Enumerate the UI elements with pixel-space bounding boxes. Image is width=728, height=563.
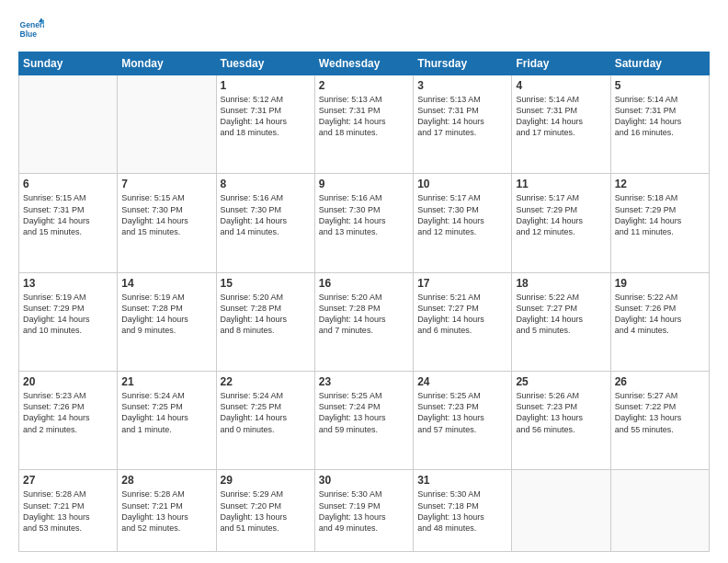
day-number: 1 <box>221 79 311 92</box>
day-info: Sunrise: 5:20 AM Sunset: 7:28 PM Dayligh… <box>319 292 409 337</box>
logo-icon: General Blue <box>18 17 44 42</box>
day-info: Sunrise: 5:14 AM Sunset: 7:31 PM Dayligh… <box>516 94 606 139</box>
day-cell-1: 1Sunrise: 5:12 AM Sunset: 7:31 PM Daylig… <box>216 75 314 174</box>
day-number: 31 <box>417 474 507 487</box>
day-number: 11 <box>516 178 606 190</box>
day-info: Sunrise: 5:16 AM Sunset: 7:30 PM Dayligh… <box>319 192 409 237</box>
weekday-header-tuesday: Tuesday <box>216 52 314 75</box>
day-cell-29: 29Sunrise: 5:29 AM Sunset: 7:20 PM Dayli… <box>216 470 314 552</box>
day-cell-4: 4Sunrise: 5:14 AM Sunset: 7:31 PM Daylig… <box>512 75 610 174</box>
day-number: 25 <box>516 375 606 388</box>
day-number: 14 <box>121 277 211 290</box>
day-info: Sunrise: 5:17 AM Sunset: 7:30 PM Dayligh… <box>417 192 507 237</box>
weekday-header-thursday: Thursday <box>414 52 512 75</box>
day-info: Sunrise: 5:28 AM Sunset: 7:21 PM Dayligh… <box>121 488 211 534</box>
day-cell-11: 11Sunrise: 5:17 AM Sunset: 7:29 PM Dayli… <box>512 174 610 272</box>
day-info: Sunrise: 5:20 AM Sunset: 7:28 PM Dayligh… <box>221 292 311 337</box>
day-cell-6: 6Sunrise: 5:15 AM Sunset: 7:31 PM Daylig… <box>19 174 118 272</box>
day-number: 3 <box>417 79 507 92</box>
weekday-header-wednesday: Wednesday <box>314 52 413 75</box>
day-info: Sunrise: 5:13 AM Sunset: 7:31 PM Dayligh… <box>417 94 507 139</box>
day-number: 9 <box>319 178 409 190</box>
weekday-header-friday: Friday <box>512 52 610 75</box>
day-cell-10: 10Sunrise: 5:17 AM Sunset: 7:30 PM Dayli… <box>414 174 512 272</box>
weekday-header-saturday: Saturday <box>610 52 709 75</box>
day-number: 27 <box>23 474 113 487</box>
day-number: 13 <box>23 277 113 290</box>
day-cell-26: 26Sunrise: 5:27 AM Sunset: 7:22 PM Dayli… <box>610 372 709 470</box>
day-info: Sunrise: 5:19 AM Sunset: 7:29 PM Dayligh… <box>23 292 113 337</box>
day-number: 5 <box>615 79 705 92</box>
day-info: Sunrise: 5:22 AM Sunset: 7:27 PM Dayligh… <box>516 292 606 337</box>
day-cell-7: 7Sunrise: 5:15 AM Sunset: 7:30 PM Daylig… <box>118 174 216 272</box>
day-info: Sunrise: 5:24 AM Sunset: 7:25 PM Dayligh… <box>221 390 311 435</box>
day-info: Sunrise: 5:12 AM Sunset: 7:31 PM Dayligh… <box>221 94 311 139</box>
day-cell-16: 16Sunrise: 5:20 AM Sunset: 7:28 PM Dayli… <box>314 272 413 371</box>
day-number: 19 <box>615 277 705 290</box>
day-cell-22: 22Sunrise: 5:24 AM Sunset: 7:25 PM Dayli… <box>216 372 314 470</box>
weekday-header-monday: Monday <box>118 52 216 75</box>
day-number: 7 <box>121 178 211 190</box>
week-row-5: 27Sunrise: 5:28 AM Sunset: 7:21 PM Dayli… <box>19 470 710 552</box>
day-info: Sunrise: 5:13 AM Sunset: 7:31 PM Dayligh… <box>319 94 409 139</box>
day-number: 10 <box>417 178 507 190</box>
day-cell-5: 5Sunrise: 5:14 AM Sunset: 7:31 PM Daylig… <box>610 75 709 174</box>
day-number: 18 <box>516 277 606 290</box>
day-number: 20 <box>23 375 113 388</box>
day-cell-18: 18Sunrise: 5:22 AM Sunset: 7:27 PM Dayli… <box>512 272 610 371</box>
day-info: Sunrise: 5:30 AM Sunset: 7:19 PM Dayligh… <box>319 488 409 534</box>
day-info: Sunrise: 5:24 AM Sunset: 7:25 PM Dayligh… <box>121 390 211 435</box>
day-info: Sunrise: 5:29 AM Sunset: 7:20 PM Dayligh… <box>221 488 311 534</box>
svg-text:Blue: Blue <box>20 29 38 39</box>
day-cell-21: 21Sunrise: 5:24 AM Sunset: 7:25 PM Dayli… <box>118 372 216 470</box>
day-number: 29 <box>221 474 311 487</box>
day-cell-25: 25Sunrise: 5:26 AM Sunset: 7:23 PM Dayli… <box>512 372 610 470</box>
day-number: 21 <box>121 375 211 388</box>
day-info: Sunrise: 5:14 AM Sunset: 7:31 PM Dayligh… <box>615 94 705 139</box>
day-cell-2: 2Sunrise: 5:13 AM Sunset: 7:31 PM Daylig… <box>314 75 413 174</box>
day-cell-12: 12Sunrise: 5:18 AM Sunset: 7:29 PM Dayli… <box>610 174 709 272</box>
day-number: 4 <box>516 79 606 92</box>
day-number: 2 <box>319 79 409 92</box>
day-cell-14: 14Sunrise: 5:19 AM Sunset: 7:28 PM Dayli… <box>118 272 216 371</box>
empty-cell <box>118 75 216 174</box>
empty-cell <box>19 75 118 174</box>
day-cell-17: 17Sunrise: 5:21 AM Sunset: 7:27 PM Dayli… <box>414 272 512 371</box>
empty-cell <box>512 470 610 552</box>
day-cell-23: 23Sunrise: 5:25 AM Sunset: 7:24 PM Dayli… <box>314 372 413 470</box>
day-cell-20: 20Sunrise: 5:23 AM Sunset: 7:26 PM Dayli… <box>19 372 118 470</box>
day-info: Sunrise: 5:15 AM Sunset: 7:30 PM Dayligh… <box>121 192 211 237</box>
day-number: 26 <box>615 375 705 388</box>
day-info: Sunrise: 5:22 AM Sunset: 7:26 PM Dayligh… <box>615 292 705 337</box>
day-number: 28 <box>121 474 211 487</box>
day-info: Sunrise: 5:23 AM Sunset: 7:26 PM Dayligh… <box>23 390 113 435</box>
empty-cell <box>610 470 709 552</box>
week-row-2: 6Sunrise: 5:15 AM Sunset: 7:31 PM Daylig… <box>19 174 710 272</box>
week-row-3: 13Sunrise: 5:19 AM Sunset: 7:29 PM Dayli… <box>19 272 710 371</box>
day-number: 17 <box>417 277 507 290</box>
day-cell-13: 13Sunrise: 5:19 AM Sunset: 7:29 PM Dayli… <box>19 272 118 371</box>
day-cell-24: 24Sunrise: 5:25 AM Sunset: 7:23 PM Dayli… <box>414 372 512 470</box>
day-number: 22 <box>221 375 311 388</box>
calendar-table: SundayMondayTuesdayWednesdayThursdayFrid… <box>18 52 710 552</box>
day-number: 8 <box>221 178 311 190</box>
day-number: 30 <box>319 474 409 487</box>
day-info: Sunrise: 5:19 AM Sunset: 7:28 PM Dayligh… <box>121 292 211 337</box>
day-number: 23 <box>319 375 409 388</box>
day-info: Sunrise: 5:18 AM Sunset: 7:29 PM Dayligh… <box>615 192 705 237</box>
day-info: Sunrise: 5:27 AM Sunset: 7:22 PM Dayligh… <box>615 390 705 435</box>
day-number: 6 <box>23 178 113 190</box>
day-info: Sunrise: 5:16 AM Sunset: 7:30 PM Dayligh… <box>221 192 311 237</box>
day-info: Sunrise: 5:15 AM Sunset: 7:31 PM Dayligh… <box>23 192 113 237</box>
day-cell-31: 31Sunrise: 5:30 AM Sunset: 7:18 PM Dayli… <box>414 470 512 552</box>
day-info: Sunrise: 5:25 AM Sunset: 7:23 PM Dayligh… <box>417 390 507 435</box>
weekday-header-row: SundayMondayTuesdayWednesdayThursdayFrid… <box>19 52 710 75</box>
calendar-page: General Blue SundayMondayTuesdayWednesda… <box>0 0 728 563</box>
day-info: Sunrise: 5:17 AM Sunset: 7:29 PM Dayligh… <box>516 192 606 237</box>
day-cell-8: 8Sunrise: 5:16 AM Sunset: 7:30 PM Daylig… <box>216 174 314 272</box>
day-number: 16 <box>319 277 409 290</box>
day-info: Sunrise: 5:21 AM Sunset: 7:27 PM Dayligh… <box>417 292 507 337</box>
logo: General Blue <box>18 17 44 42</box>
day-number: 12 <box>615 178 705 190</box>
day-info: Sunrise: 5:25 AM Sunset: 7:24 PM Dayligh… <box>319 390 409 435</box>
